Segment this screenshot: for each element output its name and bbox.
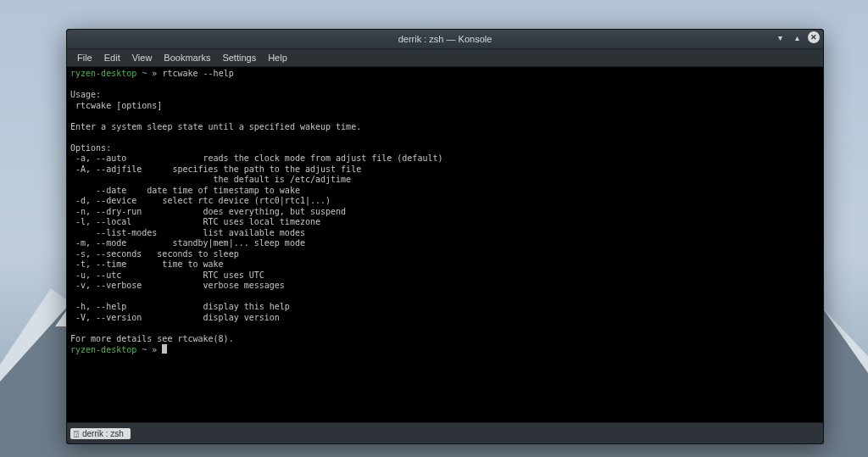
titlebar[interactable]: derrik : zsh — Konsole ▾ ▴ ✕ xyxy=(67,30,823,49)
menu-settings[interactable]: Settings xyxy=(217,51,261,64)
menu-file[interactable]: File xyxy=(72,51,97,64)
tabbar: ⍰ derrik : zsh xyxy=(67,422,823,443)
tab-icon: ⍰ xyxy=(74,429,79,438)
tab-session[interactable]: ⍰ derrik : zsh xyxy=(70,428,131,439)
menu-edit[interactable]: Edit xyxy=(99,51,125,64)
window-title: derrik : zsh — Konsole xyxy=(398,34,492,44)
terminal-output[interactable]: ryzen-desktop ~ » rtcwake --help Usage: … xyxy=(67,67,823,422)
text-cursor xyxy=(162,344,167,354)
minimize-button[interactable]: ▾ xyxy=(774,31,786,43)
konsole-window: derrik : zsh — Konsole ▾ ▴ ✕ File Edit V… xyxy=(66,29,824,444)
menu-help[interactable]: Help xyxy=(263,51,292,64)
tab-label: derrik : zsh xyxy=(82,429,124,438)
close-button[interactable]: ✕ xyxy=(808,31,820,43)
maximize-button[interactable]: ▴ xyxy=(791,31,803,43)
menubar: File Edit View Bookmarks Settings Help xyxy=(67,49,823,67)
menu-bookmarks[interactable]: Bookmarks xyxy=(159,51,215,64)
window-controls: ▾ ▴ ✕ xyxy=(774,31,820,43)
menu-view[interactable]: View xyxy=(127,51,158,64)
